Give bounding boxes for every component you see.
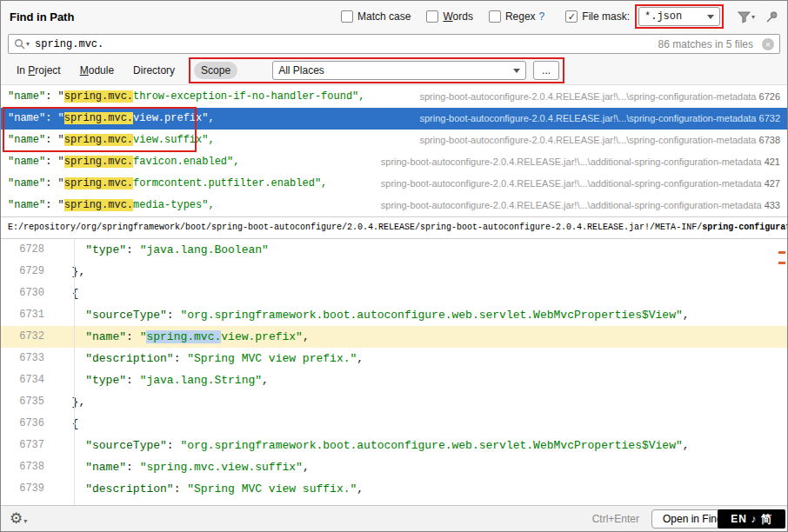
- code-text: "description": "Spring MVC view prefix."…: [58, 348, 364, 369]
- line-number: 6738: [1, 456, 58, 478]
- result-location: spring-boot-autoconfigure-2.0.4.RELEASE.…: [419, 86, 780, 108]
- result-text: "name": "spring.mvc.favicon.enabled",: [8, 151, 239, 173]
- tab-module[interactable]: Module: [73, 62, 121, 79]
- code-line[interactable]: 6734 "type": "java.lang.String",: [1, 369, 787, 391]
- file-path-header: E:/repository/org/springframework/boot/s…: [1, 216, 787, 239]
- result-row[interactable]: "name": "spring.mvc.view.suffix",spring-…: [1, 130, 787, 151]
- match-case-label: Match case: [357, 10, 411, 23]
- file-mask-label: File mask:: [582, 10, 630, 23]
- chevron-down-icon: [707, 15, 714, 19]
- line-number: 6731: [1, 304, 58, 326]
- result-text: "name": "spring.mvc.formcontent.putfilte…: [8, 173, 327, 195]
- code-text: {: [58, 283, 78, 304]
- code-text: },: [58, 391, 85, 413]
- code-line[interactable]: 6732 "name": "spring.mvc.view.prefix",: [1, 326, 787, 348]
- result-location: spring-boot-autoconfigure-2.0.4.RELEASE.…: [381, 151, 780, 173]
- code-text: "type": "java.lang.String",: [58, 369, 269, 391]
- code-line[interactable]: 6736 {: [1, 413, 787, 435]
- words-label: Words: [443, 10, 472, 23]
- dialog-footer: ⚙▾ Ctrl+Enter Open in Find Window: [1, 505, 787, 531]
- ime-indicator[interactable]: EN ♪ 简: [718, 509, 785, 529]
- dialog-titlebar: Find in Path Match case Words Regex ? Fi…: [1, 1, 787, 32]
- scope-value: All Places: [278, 64, 324, 76]
- scope-select[interactable]: All Places: [272, 61, 526, 80]
- filter-button[interactable]: ▾: [738, 10, 755, 23]
- code-line[interactable]: 6733 "description": "Spring MVC view pre…: [1, 348, 787, 369]
- file-mask-select[interactable]: *.json: [638, 7, 720, 26]
- search-options: Match case Words Regex ? File mask: *.js…: [325, 4, 778, 29]
- result-row[interactable]: "name": "spring.mvc.view.prefix",spring-…: [1, 108, 787, 130]
- tab-in-project[interactable]: In Project: [10, 62, 68, 79]
- code-text: "name": "spring.mvc.view.suffix",: [58, 456, 310, 478]
- file-mask-value: *.json: [644, 10, 682, 23]
- result-location: spring-boot-autoconfigure-2.0.4.RELEASE.…: [419, 130, 780, 151]
- code-line[interactable]: 6737 "sourceType": "org.springframework.…: [1, 435, 787, 456]
- code-text: {: [58, 413, 78, 435]
- search-history-chevron-icon: ▾: [26, 40, 30, 48]
- search-input[interactable]: ▾ spring.mvc. 86 matches in 5 files ×: [8, 34, 780, 54]
- code-line[interactable]: 6739 "description": "Spring MVC view suf…: [1, 478, 787, 500]
- result-text: "name": "spring.mvc.view.suffix",: [8, 130, 215, 151]
- results-list: "name": "spring.mvc.throw-exception-if-n…: [1, 84, 787, 216]
- code-preview[interactable]: 6728 "type": "java.lang.Boolean"6729 },6…: [1, 239, 787, 505]
- tab-scope[interactable]: Scope: [194, 62, 237, 79]
- chevron-down-icon: ▾: [751, 13, 755, 21]
- result-text: "name": "spring.mvc.throw-exception-if-n…: [8, 86, 365, 108]
- search-row: ▾ spring.mvc. 86 matches in 5 files ×: [1, 32, 787, 57]
- result-location: spring-boot-autoconfigure-2.0.4.RELEASE.…: [419, 108, 780, 130]
- gear-icon: ⚙: [10, 510, 23, 527]
- clear-search-button[interactable]: ×: [762, 38, 774, 50]
- regex-label: Regex: [505, 10, 536, 23]
- search-icon: [14, 38, 25, 50]
- code-text: "name": "spring.mvc.view.prefix",: [58, 326, 310, 348]
- result-row[interactable]: "name": "spring.mvc.throw-exception-if-n…: [1, 86, 787, 108]
- result-count: 86 matches in 5 files: [658, 38, 753, 50]
- shortcut-hint: Ctrl+Enter: [592, 513, 639, 525]
- chevron-down-icon: ▾: [23, 517, 27, 525]
- settings-gear-button[interactable]: ⚙▾: [10, 511, 27, 527]
- regex-help-link[interactable]: ?: [539, 10, 545, 23]
- result-location: spring-boot-autoconfigure-2.0.4.RELEASE.…: [381, 195, 780, 216]
- code-lines: 6728 "type": "java.lang.Boolean"6729 },6…: [1, 239, 787, 500]
- pin-button[interactable]: [765, 10, 778, 23]
- code-text: "type": "java.lang.Boolean": [58, 239, 269, 261]
- search-query: spring.mvc.: [35, 38, 104, 50]
- funnel-icon: [738, 10, 751, 23]
- result-row[interactable]: "name": "spring.mvc.media-types",spring-…: [1, 195, 787, 216]
- scope-bar: In Project Module Directory Scope All Pl…: [1, 57, 787, 84]
- line-number: 6734: [1, 369, 58, 391]
- code-line[interactable]: 6738 "name": "spring.mvc.view.suffix",: [1, 456, 787, 478]
- chevron-down-icon: [513, 69, 520, 73]
- result-row[interactable]: "name": "spring.mvc.formcontent.putfilte…: [1, 173, 787, 195]
- line-number: 6737: [1, 435, 58, 456]
- scope-browse-button[interactable]: ...: [533, 61, 559, 80]
- line-number: 6735: [1, 391, 58, 413]
- code-text: "sourceType": "org.springframework.boot.…: [58, 304, 690, 326]
- line-number: 6732: [1, 326, 58, 348]
- words-checkbox[interactable]: Words: [426, 10, 472, 23]
- checkbox-box-checked: [565, 10, 578, 23]
- code-line[interactable]: 6735 },: [1, 391, 787, 413]
- line-number: 6730: [1, 283, 58, 304]
- line-number: 6739: [1, 478, 58, 500]
- code-line[interactable]: 6730 {: [1, 283, 787, 304]
- tab-directory[interactable]: Directory: [126, 62, 182, 79]
- pin-icon: [765, 10, 778, 23]
- dialog-title: Find in Path: [10, 10, 74, 23]
- file-mask-checkbox[interactable]: File mask:: [565, 10, 630, 23]
- result-location: spring-boot-autoconfigure-2.0.4.RELEASE.…: [381, 173, 780, 195]
- result-row[interactable]: "name": "spring.mvc.favicon.enabled",spr…: [1, 151, 787, 173]
- match-case-checkbox[interactable]: Match case: [341, 10, 411, 23]
- annotation-red-box-scope: Scope All Places ...: [189, 57, 564, 83]
- code-text: "sourceType": "org.springframework.boot.…: [58, 435, 690, 456]
- regex-checkbox[interactable]: Regex ?: [489, 10, 544, 23]
- line-number: 6733: [1, 348, 58, 369]
- code-line[interactable]: 6729 },: [1, 261, 787, 283]
- code-text: "description": "Spring MVC view suffix."…: [58, 478, 364, 500]
- scrollbar-match-mark: [778, 262, 785, 264]
- result-text: "name": "spring.mvc.media-types",: [8, 195, 215, 216]
- line-number: 6728: [1, 239, 58, 261]
- code-line[interactable]: 6728 "type": "java.lang.Boolean": [1, 239, 787, 261]
- code-line[interactable]: 6731 "sourceType": "org.springframework.…: [1, 304, 787, 326]
- code-text: },: [58, 261, 85, 283]
